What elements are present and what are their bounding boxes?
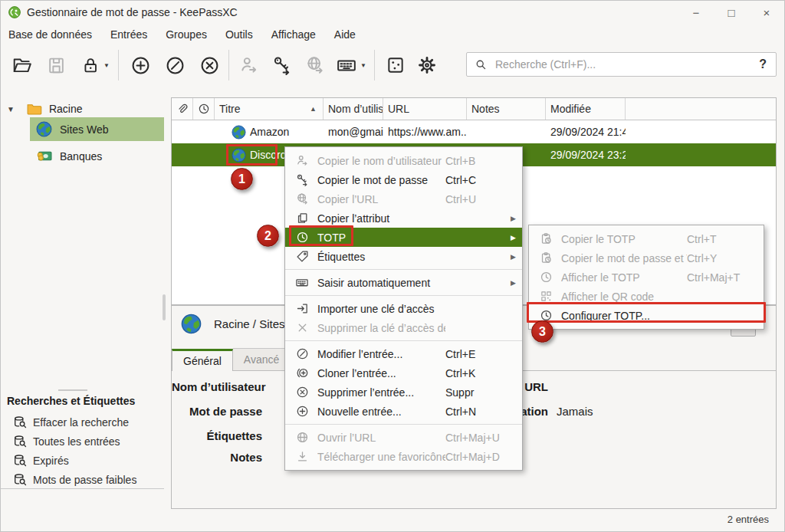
keyboard-icon [294,276,310,289]
maximize-button[interactable]: □ [714,1,749,24]
plus-circle-icon [294,405,310,418]
window-title: Gestionnaire de mot de passe - KeePassXC [27,6,238,18]
tree-group-label: Sites Web [60,123,109,136]
entry-modified: 29/09/2024 23:25 [546,149,626,161]
key-icon [294,173,310,186]
keepassxc-window: Gestionnaire de mot de passe - KeePassXC… [0,0,785,532]
saved-search-label: Expirés [33,455,69,467]
toolbar-separator [118,50,119,80]
globe-icon [181,314,202,334]
globe-icon [232,125,246,140]
expand-caret-icon[interactable]: ▼ [7,105,15,113]
clone-icon [294,366,310,379]
menu-tools[interactable]: Outils [219,25,264,44]
copy-icon [294,212,310,225]
menu-database[interactable]: Base de données [2,25,103,44]
lock-database-button[interactable]: ▼ [81,56,110,75]
tags-label: Étiquettes [172,429,262,442]
submenu-arrow-icon: ▶ [507,253,516,261]
tree-group-sites-web[interactable]: Sites Web [36,121,109,137]
lock-dropdown-icon[interactable]: ▼ [103,62,110,69]
menu-item-tags[interactable]: Étiquettes▶ [285,247,522,266]
save-database-button[interactable] [47,56,66,75]
clock-icon [198,103,210,115]
header-username[interactable]: Nom d’utilisateur [324,98,383,120]
menu-item-edit-entry[interactable]: Modifier l’entrée...Ctrl+E [285,344,522,363]
entry-modified: 29/09/2024 21:42 [546,126,626,138]
menu-item-download-favicon[interactable]: Télécharger une favoricôneCtrl+Maj+D [285,447,522,466]
x-icon [294,321,310,334]
submenu-item-copy-password-totp[interactable]: Copier le mot de passe et TOTPCtrl+Y [529,248,764,268]
copy-username-button[interactable] [239,55,259,75]
menu-item-copy-password[interactable]: Copier le mot de passeCtrl+C [285,170,522,189]
money-icon [36,148,52,164]
submenu-item-copy-totp[interactable]: Copier le TOTPCtrl+T [529,229,764,248]
autotype-dropdown-icon[interactable]: ▼ [360,62,366,69]
entry-username: mon@gmail.com [324,126,383,138]
tag-icon [294,250,310,263]
saved-search-clear[interactable]: Effacer la recherche [13,415,129,429]
toolbar-separator [374,50,375,80]
menu-item-import-passkey[interactable]: Importer une clé d’accès [285,299,522,318]
settings-button[interactable] [417,55,437,75]
menu-help[interactable]: Aide [328,25,366,44]
entry-url: https://www.am... [383,126,467,138]
header-modified[interactable]: Modifiée [546,98,626,120]
submenu-arrow-icon: ▶ [507,279,516,287]
header-attachments[interactable] [172,98,193,120]
search-help-button[interactable]: ? [759,57,767,71]
entry-title: Amazon [250,126,289,138]
search-input[interactable] [494,57,750,71]
table-row-amazon[interactable]: Amazon mon@gmail.com https://www.am... 2… [172,120,776,143]
table-header-row: Titre▲ Nom d’utilisateur URL Notes Modif… [172,98,776,120]
menu-groups[interactable]: Groupes [159,25,218,44]
menu-item-open-url[interactable]: Ouvrir l’URLCtrl+Maj+U [285,428,522,447]
paperclip-icon [176,103,189,115]
copy-password-button[interactable] [272,55,292,75]
saved-search-label: Mots de passe faibles [33,474,136,486]
tab-general[interactable]: Général [172,349,233,371]
saved-search-expired[interactable]: Expirés [13,454,69,468]
tree-group-racine[interactable]: ▼ Racine [7,99,83,119]
search-box: ? [466,52,777,77]
x-circle-icon [294,386,310,399]
header-notes[interactable]: Notes [467,98,546,120]
autotype-button[interactable]: ▼ [336,55,366,75]
menu-item-clone-entry[interactable]: Cloner l’entrée...Ctrl+K [285,363,522,383]
submenu-arrow-icon: ▶ [507,215,516,222]
header-url[interactable]: URL [383,98,467,120]
menu-item-copy-username[interactable]: Copier le nom d’utilisateurCtrl+B [285,151,522,170]
qr-code-icon [538,290,553,303]
open-database-button[interactable] [12,55,32,75]
menu-item-autotype[interactable]: Saisir automatiquement▶ [285,273,522,292]
splitter-handle[interactable] [58,389,87,391]
entry-count: 2 entrées [728,514,769,525]
menu-item-new-entry[interactable]: Nouvelle entrée...Ctrl+N [285,402,522,421]
menu-entries[interactable]: Entrées [104,25,158,44]
searches-heading: Recherches et Étiquettes [7,395,135,407]
submenu-item-show-totp[interactable]: Afficher le TOTPCtrl+Maj+T [529,268,764,287]
database-search-icon [13,415,27,429]
menu-separator [285,295,522,296]
password-generator-button[interactable] [386,55,406,75]
copy-url-button[interactable] [305,55,325,75]
menu-view[interactable]: Affichage [265,25,327,44]
tab-advanced[interactable]: Avancé [233,348,291,370]
tree-group-banques[interactable]: Banques [36,148,102,164]
saved-search-weak-passwords[interactable]: Mots de passe faibles [13,473,136,487]
entry-context-menu: Copier le nom d’utilisateurCtrl+B Copier… [284,146,523,471]
sidebar-scrollbar[interactable] [163,294,166,320]
header-expiry[interactable] [193,98,215,120]
saved-search-all-entries[interactable]: Toutes les entrées [13,435,120,448]
edit-entry-button[interactable] [165,55,186,76]
annotation-box-2 [289,225,353,246]
saved-search-label: Effacer la recherche [33,416,129,429]
close-button[interactable]: × [749,1,784,24]
new-entry-button[interactable] [130,55,151,76]
minimize-button[interactable]: − [678,1,714,24]
header-title[interactable]: Titre▲ [215,98,324,120]
menu-item-delete-entry[interactable]: Supprimer l’entrée...Suppr [285,383,522,402]
menu-item-copy-url[interactable]: Copier l’URLCtrl+U [285,189,522,209]
delete-entry-button[interactable] [199,55,220,76]
menu-item-remove-passkey[interactable]: Supprimer la clé d’accès de l’entrée [285,318,522,337]
